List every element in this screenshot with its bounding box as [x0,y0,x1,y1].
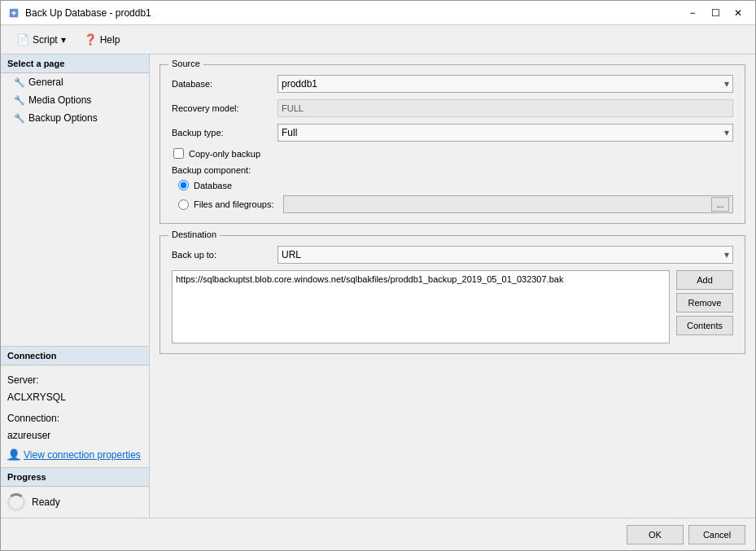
backup-to-value: URL [282,249,301,260]
destination-group: Destination Back up to: URL ▾ https://sq… [160,235,745,354]
database-value: proddb1 [282,78,317,90]
server-value: ACLXRYSQL [7,389,142,407]
close-button[interactable]: ✕ [728,5,749,21]
backup-component-section: Backup component: Database Files and fil… [172,165,733,213]
window-controls: − ☐ ✕ [682,5,749,21]
script-button[interactable]: 📄 Script ▾ [9,29,73,50]
backup-component-radio-group: Database Files and filegroups: ... [178,180,733,213]
add-button[interactable]: Add [676,270,733,290]
database-row: Database: proddb1 ▾ [172,75,733,93]
recovery-model-field: FULL [277,99,733,117]
destination-group-label: Destination [168,230,220,239]
backup-type-field: Full ▾ [277,124,733,142]
url-area: https://sqlbackuptst.blob.core.windows.n… [172,270,733,343]
sidebar-item-media-options-label: Media Options [28,94,91,106]
sidebar-item-media-options[interactable]: 🔧 Media Options [1,91,149,109]
database-arrow-icon: ▾ [724,78,729,90]
backup-to-arrow-icon: ▾ [724,249,729,260]
script-dropdown-arrow: ▾ [61,34,66,46]
toolbar: 📄 Script ▾ ❓ Help [1,25,755,55]
source-group-label: Source [168,59,203,68]
recovery-model-value: FULL [277,99,733,117]
backup-component-label: Backup component: [172,165,733,175]
backup-type-label: Backup type: [172,128,277,138]
backup-to-label: Back up to: [172,250,277,260]
recovery-model-label: Recovery model: [172,103,277,113]
recovery-model-row: Recovery model: FULL [172,99,733,117]
copy-only-row: Copy-only backup [173,148,733,159]
media-options-icon: 🔧 [14,95,25,106]
progress-section: Progress Ready [1,467,149,518]
maximize-button[interactable]: ☐ [705,5,726,21]
connection-info: Server: ACLXRYSQL Connection: azureuser [7,372,142,445]
connection-header: Connection [1,347,149,365]
help-icon: ❓ [84,33,97,46]
url-textarea[interactable]: https://sqlbackuptst.blob.core.windows.n… [172,270,670,343]
backup-to-row: Back up to: URL ▾ [172,246,733,264]
backup-type-select[interactable]: Full ▾ [277,124,733,142]
progress-header: Progress [1,468,149,487]
window-title: Back Up Database - proddb1 [25,7,682,19]
files-filegroups-field: ... [283,195,733,213]
progress-ready: Ready [7,493,142,511]
title-bar: Back Up Database - proddb1 − ☐ ✕ [1,1,755,25]
script-label: Script [33,34,58,46]
help-button[interactable]: ❓ Help [76,29,128,50]
source-group: Source Database: proddb1 ▾ Recovery mode… [160,64,745,224]
files-filegroups-label[interactable]: Files and filegroups: [194,199,273,209]
database-select[interactable]: proddb1 ▾ [277,75,733,93]
backup-type-value: Full [282,127,297,138]
server-label: Server: [7,372,142,390]
window-icon [7,7,20,20]
database-label: Database: [172,79,277,89]
cancel-button[interactable]: Cancel [688,525,745,544]
database-radio-row: Database [178,180,733,190]
database-field: proddb1 ▾ [277,75,733,93]
files-filegroups-radio-row: Files and filegroups: ... [178,195,733,213]
database-radio-label[interactable]: Database [194,181,232,190]
copy-only-label[interactable]: Copy-only backup [189,149,260,159]
database-radio[interactable] [178,180,189,190]
view-connection-properties-link[interactable]: 👤 View connection properties [7,448,142,461]
backup-type-row: Backup type: Full ▾ [172,124,733,142]
main-window: Back Up Database - proddb1 − ☐ ✕ 📄 Scrip… [0,0,756,551]
files-filegroups-radio[interactable] [178,199,189,210]
files-browse-button[interactable]: ... [711,197,729,212]
backup-type-arrow-icon: ▾ [724,127,729,138]
connection-link-icon: 👤 [7,448,20,461]
sidebar: Select a page 🔧 General 🔧 Media Options … [1,55,150,518]
connection-value: azureuser [7,427,142,445]
help-label: Help [100,34,120,46]
copy-only-checkbox[interactable] [173,148,184,159]
progress-spinner [7,493,25,511]
backup-to-field: URL ▾ [277,246,733,264]
connection-section: Connection Server: ACLXRYSQL Connection:… [1,346,149,467]
select-page-header: Select a page [1,55,149,73]
sidebar-item-general-label: General [28,77,63,88]
footer: OK Cancel [1,518,755,550]
url-buttons: Add Remove Contents [676,270,733,343]
progress-status: Ready [32,496,60,508]
view-connection-properties-label: View connection properties [24,449,141,461]
script-icon: 📄 [16,33,29,46]
contents-button[interactable]: Contents [676,316,733,335]
files-filegroups-input[interactable]: ... [283,195,733,213]
sidebar-item-backup-options-label: Backup Options [28,112,98,124]
main-body: Select a page 🔧 General 🔧 Media Options … [1,55,755,518]
backup-to-select[interactable]: URL ▾ [277,246,733,264]
sidebar-item-general[interactable]: 🔧 General [1,73,149,91]
backup-options-icon: 🔧 [14,113,25,124]
minimize-button[interactable]: − [682,5,703,21]
ok-button[interactable]: OK [627,525,684,544]
connection-label: Connection: [7,410,142,428]
general-icon: 🔧 [14,77,25,88]
remove-button[interactable]: Remove [676,293,733,313]
sidebar-item-backup-options[interactable]: 🔧 Backup Options [1,109,149,127]
content-area: Source Database: proddb1 ▾ Recovery mode… [150,55,755,518]
